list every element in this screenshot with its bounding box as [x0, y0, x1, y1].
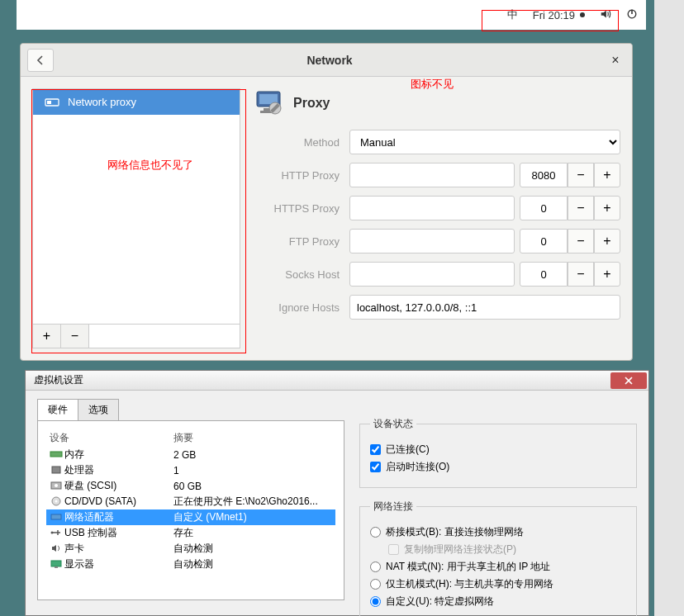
- tab-hardware[interactable]: 硬件: [37, 399, 78, 420]
- bridged-radio[interactable]: [370, 527, 381, 538]
- connected-checkbox[interactable]: [370, 444, 381, 455]
- vm-window-titlebar: 虚拟机设置: [26, 371, 648, 391]
- svg-rect-18: [51, 561, 61, 566]
- proxy-icon: [45, 97, 59, 108]
- window-header: Network ×: [21, 44, 632, 77]
- network-connection-group: 网络连接 桥接模式(B): 直接连接物理网络 复制物理网络连接状态(P) NAT…: [359, 500, 637, 616]
- svg-rect-11: [52, 467, 60, 473]
- method-select[interactable]: Manual: [349, 130, 620, 154]
- svg-rect-16: [51, 514, 61, 519]
- gnome-topbar: 中 Fri 20:19: [17, 0, 646, 30]
- device-row[interactable]: 硬盘 (SCSI)60 GB: [46, 478, 335, 494]
- window-title: Network: [54, 54, 606, 67]
- socks-host-input[interactable]: [349, 262, 515, 287]
- socks-port-input[interactable]: [520, 262, 568, 287]
- ftp-proxy-label: FTP Proxy: [252, 235, 340, 248]
- svg-rect-10: [50, 452, 62, 457]
- http-port-decrement[interactable]: −: [568, 163, 594, 187]
- cpu-icon: [50, 465, 63, 476]
- disk-icon: [50, 481, 63, 492]
- hardware-table-container: 设备 摘要 内存2 GB处理器1硬盘 (SCSI)60 GBCD/DVD (SA…: [37, 420, 344, 600]
- svg-rect-19: [55, 566, 58, 568]
- ftp-port-decrement[interactable]: −: [568, 229, 594, 254]
- replicate-checkbox: [388, 544, 399, 555]
- ftp-port-increment[interactable]: +: [594, 229, 620, 254]
- https-proxy-port-input[interactable]: [520, 196, 568, 220]
- device-row[interactable]: CD/DVD (SATA)正在使用文件 E:\No2\Gho2016...: [46, 494, 335, 509]
- network-connection-legend: 网络连接: [370, 500, 416, 514]
- remove-connection-button[interactable]: −: [61, 325, 89, 348]
- http-proxy-host-input[interactable]: [349, 163, 515, 187]
- sidebar-footer: + −: [33, 324, 240, 348]
- ftp-proxy-host-input[interactable]: [349, 229, 515, 254]
- cd-icon: [50, 496, 63, 508]
- device-status-group: 设备状态 已连接(C) 启动时连接(O): [359, 417, 637, 488]
- clock-dot-icon: [580, 12, 585, 17]
- hostonly-radio[interactable]: [370, 579, 381, 590]
- volume-icon[interactable]: [600, 8, 611, 22]
- device-row[interactable]: 显示器自动检测: [46, 557, 335, 572]
- vm-window-title: 虚拟机设置: [34, 373, 610, 387]
- device-status-legend: 设备状态: [370, 417, 416, 431]
- net-icon: [50, 512, 63, 524]
- http-proxy-label: HTTP Proxy: [252, 169, 340, 182]
- socks-port-increment[interactable]: +: [594, 262, 620, 287]
- method-label: Method: [252, 136, 340, 149]
- sidebar-item-label: Network proxy: [68, 96, 136, 108]
- annotation-icon-missing: 图标不见: [411, 77, 454, 92]
- device-row[interactable]: USB 控制器存在: [46, 525, 335, 541]
- https-port-increment[interactable]: +: [594, 196, 620, 220]
- socks-host-label: Socks Host: [252, 268, 340, 281]
- http-proxy-port-input[interactable]: [520, 163, 568, 187]
- back-button[interactable]: [27, 49, 54, 72]
- custom-radio[interactable]: [370, 596, 381, 607]
- ignore-hosts-label: Ignore Hosts: [252, 301, 340, 314]
- proxy-header-icon: [252, 88, 285, 118]
- device-table: 设备 摘要 内存2 GB处理器1硬盘 (SCSI)60 GBCD/DVD (SA…: [46, 429, 335, 572]
- svg-rect-3: [47, 101, 51, 104]
- outer-gray: [654, 0, 684, 616]
- vm-close-button[interactable]: [610, 372, 647, 389]
- device-row[interactable]: 网络适配器自定义 (VMnet1): [46, 509, 335, 525]
- col-device: 设备: [46, 429, 170, 447]
- col-summary: 摘要: [170, 429, 335, 447]
- ime-indicator[interactable]: 中: [507, 7, 518, 22]
- ignore-hosts-input[interactable]: [349, 295, 620, 320]
- proxy-panel: Proxy Method Manual HTTP Proxy − + HTTPS…: [252, 88, 620, 348]
- display-icon: [50, 559, 63, 571]
- mem-icon: [50, 449, 63, 461]
- proxy-heading: Proxy: [293, 96, 330, 111]
- svg-point-13: [55, 484, 58, 487]
- add-connection-button[interactable]: +: [33, 325, 61, 348]
- sound-icon: [50, 543, 63, 555]
- svg-point-15: [55, 500, 58, 502]
- device-row[interactable]: 声卡自动检测: [46, 541, 335, 557]
- https-port-decrement[interactable]: −: [568, 196, 594, 220]
- device-row[interactable]: 内存2 GB: [46, 447, 335, 462]
- http-port-increment[interactable]: +: [594, 163, 620, 187]
- vm-settings-window: 虚拟机设置 硬件 选项 设备 摘要 内存2 GB处理器1硬盘 (SCSI)60 …: [25, 370, 649, 616]
- nat-radio[interactable]: [370, 562, 381, 572]
- power-icon[interactable]: [626, 8, 638, 22]
- clock[interactable]: Fri 20:19: [533, 9, 585, 21]
- connect-at-poweron-checkbox[interactable]: [370, 462, 381, 472]
- socks-port-decrement[interactable]: −: [568, 262, 594, 287]
- sidebar-item-network-proxy[interactable]: Network proxy: [33, 89, 240, 115]
- tab-options[interactable]: 选项: [78, 399, 119, 420]
- network-settings-window: Network × Network proxy + − Proxy: [20, 43, 633, 361]
- svg-point-17: [51, 531, 54, 533]
- network-sidebar: Network proxy + −: [32, 88, 240, 348]
- https-proxy-label: HTTPS Proxy: [252, 202, 340, 215]
- close-button[interactable]: ×: [606, 53, 625, 68]
- annotation-netinfo-missing: 网络信息也不见了: [107, 158, 193, 173]
- ftp-proxy-port-input[interactable]: [520, 229, 568, 254]
- usb-icon: [50, 528, 63, 539]
- device-row[interactable]: 处理器1: [46, 462, 335, 478]
- https-proxy-host-input[interactable]: [349, 196, 515, 220]
